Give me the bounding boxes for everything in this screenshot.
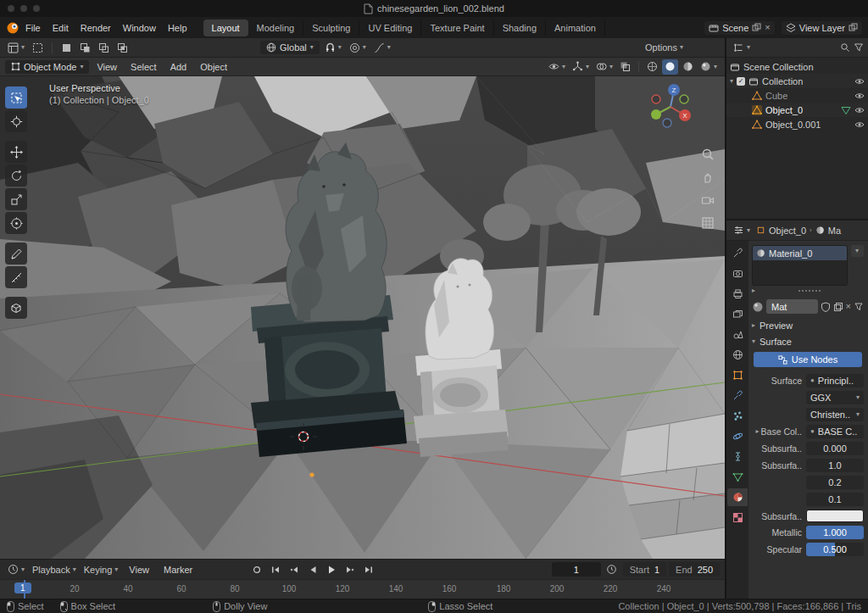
list-resize-grip[interactable]	[755, 290, 864, 292]
frame-end-field[interactable]: End250	[669, 562, 720, 577]
workspace-tab-texture-paint[interactable]: Texture Paint	[421, 20, 493, 36]
viewport-menu-add[interactable]: Add	[164, 59, 193, 75]
collection-checkbox[interactable]: ✓	[737, 77, 745, 86]
tool-scale[interactable]	[5, 188, 27, 210]
shading-material-button[interactable]	[680, 59, 696, 75]
gizmos-dropdown[interactable]: ▾	[570, 59, 592, 75]
select-mode-intersect-button[interactable]	[114, 40, 131, 55]
overlays-dropdown[interactable]: ▾	[593, 59, 615, 75]
view-layer-selector[interactable]: View Layer	[782, 21, 862, 35]
transform-orientation-dropdown[interactable]: Global ▾	[260, 41, 320, 54]
copy-icon[interactable]	[833, 302, 843, 312]
prev-keyframe-button[interactable]	[286, 562, 303, 577]
base-color-input[interactable]: ●BASE C..	[806, 425, 864, 438]
subsurface-radius-x-field[interactable]: 1.0	[806, 459, 864, 472]
subsurface-value-field[interactable]: 0.000	[806, 442, 864, 455]
blender-logo-icon[interactable]	[6, 21, 19, 35]
tool-annotate[interactable]	[5, 242, 27, 265]
breadcrumb-material[interactable]: Ma	[828, 226, 841, 236]
outliner-row-scene-collection[interactable]: Scene Collection	[726, 59, 868, 74]
current-frame-field[interactable]: 1	[552, 562, 601, 577]
disclosure-open-icon[interactable]: ▾	[730, 78, 733, 85]
shading-wireframe-button[interactable]	[644, 59, 660, 75]
editor-type-button[interactable]: ▾	[5, 40, 27, 55]
surface-panel-header[interactable]: ▾ Surface	[752, 333, 864, 349]
viewport-menu-object[interactable]: Object	[194, 59, 233, 75]
mode-dropdown[interactable]: Object Mode ▾	[5, 60, 89, 74]
tab-modifiers[interactable]	[727, 387, 748, 404]
frame-start-field[interactable]: Start1	[623, 562, 666, 577]
viewport-menu-view[interactable]: View	[91, 59, 123, 75]
select-mode-new-button[interactable]	[58, 40, 75, 55]
select-mode-subtract-button[interactable]	[96, 40, 112, 55]
use-nodes-button[interactable]: Use Nodes	[754, 352, 862, 367]
shading-solid-button[interactable]	[662, 59, 678, 75]
unlink-scene-icon[interactable]: ×	[765, 23, 770, 32]
scene-selector[interactable]: Scene ×	[704, 21, 775, 35]
tab-world[interactable]	[727, 346, 748, 364]
tool-move[interactable]	[5, 141, 27, 163]
eye-icon[interactable]	[854, 120, 865, 130]
menu-edit[interactable]: Edit	[47, 20, 75, 36]
unlink-material-icon[interactable]: ×	[846, 302, 851, 311]
timeline-editor-type-button[interactable]: ▾	[5, 562, 27, 577]
tool-rotate[interactable]	[5, 164, 27, 187]
nodes-dropdown-icon[interactable]	[854, 302, 864, 312]
outliner-editor-type-button[interactable]: ▾	[731, 40, 753, 55]
auto-keying-toggle[interactable]	[248, 562, 265, 577]
outliner-row-cube[interactable]: Cube	[726, 88, 868, 103]
tab-object-data[interactable]	[727, 468, 748, 486]
shading-rendered-button[interactable]: ▾	[698, 59, 720, 75]
workspace-tab-sculpting[interactable]: Sculpting	[303, 20, 359, 36]
camera-view-icon[interactable]	[701, 193, 715, 207]
next-keyframe-button[interactable]	[342, 562, 359, 577]
tool-select-box[interactable]	[5, 86, 27, 109]
tab-scene[interactable]	[727, 326, 748, 343]
current-frame-badge[interactable]: 1	[14, 582, 31, 593]
workspace-tab-shading[interactable]: Shading	[494, 20, 546, 36]
material-name-field[interactable]: Mat	[766, 299, 818, 314]
falloff-dropdown[interactable]: ▾	[371, 40, 393, 55]
window-controls[interactable]	[8, 5, 40, 12]
subsurface-method-dropdown[interactable]: Christen..▾	[806, 408, 864, 421]
tool-measure[interactable]	[5, 266, 27, 288]
expander-closed-icon[interactable]: ▸	[756, 428, 760, 435]
subsurface-radius-y-field[interactable]: 0.2	[806, 476, 864, 489]
subsurface-color-swatch[interactable]	[806, 510, 864, 522]
jump-to-end-button[interactable]	[360, 562, 377, 577]
workspace-tab-layout[interactable]: Layout	[203, 20, 248, 36]
playback-menu[interactable]: Playback▾	[30, 562, 79, 577]
menu-window[interactable]: Window	[117, 20, 162, 36]
material-specials-button[interactable]: ▾	[851, 245, 864, 257]
metallic-slider[interactable]: 1.000	[806, 526, 864, 539]
subsurface-radius-z-field[interactable]: 0.1	[806, 493, 864, 506]
ortho-toggle-grid-icon[interactable]	[701, 216, 715, 230]
tab-object[interactable]	[727, 366, 748, 384]
outliner-row-object-0-001[interactable]: Object_0.001	[726, 117, 868, 131]
preview-range-toggle[interactable]	[604, 562, 620, 577]
tool-add-primitive[interactable]	[5, 297, 27, 319]
search-icon[interactable]	[840, 42, 850, 53]
proportional-edit-dropdown[interactable]: ▾	[347, 40, 369, 55]
navigation-gizmo[interactable]: Z X	[645, 80, 696, 131]
menu-help[interactable]: Help	[162, 20, 193, 36]
filter-icon[interactable]	[854, 42, 864, 53]
options-dropdown[interactable]: Options ▾	[643, 40, 686, 55]
new-view-layer-icon[interactable]	[849, 23, 858, 32]
close-window-button[interactable]	[8, 5, 14, 12]
timeline-menu-marker[interactable]: Marker	[158, 562, 198, 577]
fake-user-shield-icon[interactable]	[821, 302, 831, 312]
tab-texture[interactable]	[727, 509, 748, 527]
tab-constraints[interactable]	[727, 448, 748, 465]
distribution-dropdown[interactable]: GGX▾	[806, 391, 864, 404]
breadcrumb-object[interactable]: Object_0	[769, 226, 806, 236]
menu-render[interactable]: Render	[75, 20, 117, 36]
keying-menu[interactable]: Keying▾	[81, 562, 121, 577]
tab-render[interactable]	[727, 265, 748, 282]
zoom-window-button[interactable]	[33, 5, 40, 12]
tab-particles[interactable]	[727, 407, 748, 425]
select-mode-extend-button[interactable]	[77, 40, 93, 55]
workspace-tab-uv-editing[interactable]: UV Editing	[359, 20, 421, 36]
outliner-row-object-0[interactable]: Object_0	[726, 103, 868, 117]
material-slot-row[interactable]: Material_0	[753, 246, 847, 260]
